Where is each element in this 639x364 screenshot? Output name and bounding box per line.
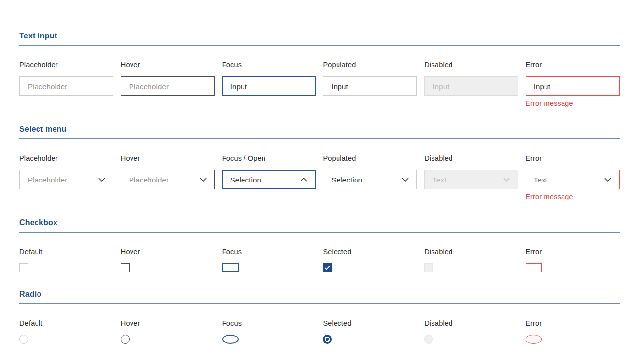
section-radio: Radio Default Hover Focus Selected Disab… [19, 290, 620, 344]
state-label: Hover [121, 154, 215, 162]
state-label: Hover [121, 248, 215, 255]
state-cell: Error [526, 319, 620, 344]
select-populated[interactable]: Selection [323, 170, 417, 189]
chevron-down-icon [503, 178, 510, 182]
input-value: Placeholder [129, 82, 169, 91]
section-header: Text input [19, 32, 620, 46]
state-label: Focus [222, 319, 316, 327]
checkbox-hover[interactable] [121, 263, 130, 272]
state-cell: Disabled Input [424, 61, 518, 107]
checkbox-error[interactable] [526, 263, 542, 272]
state-label: Disabled [424, 61, 518, 69]
state-label: Disabled [424, 154, 518, 162]
state-cell: Focus [222, 248, 316, 272]
radio-default[interactable] [19, 335, 28, 344]
state-cell: Focus / Open Selection [222, 154, 316, 200]
state-cell: Error Input Error message [526, 61, 620, 107]
checkbox-default[interactable] [19, 263, 28, 272]
select-hover[interactable]: Placeholder [121, 170, 215, 189]
error-message: Error message [526, 99, 620, 107]
input-value: Input [432, 82, 449, 91]
state-cell: Default [19, 248, 113, 272]
state-label: Placeholder [19, 154, 113, 162]
section-select-menu: Select menu Placeholder Placeholder Hove… [19, 125, 620, 200]
select-error[interactable]: Text [526, 170, 620, 189]
section-header: Select menu [19, 125, 620, 139]
select-value: Placeholder [28, 176, 67, 184]
state-label: Disabled [424, 248, 518, 255]
radio-focus[interactable] [222, 335, 239, 344]
section-checkbox: Checkbox Default Hover Focus Selected [19, 218, 620, 272]
input-value: Placeholder [28, 82, 67, 91]
state-cell: Disabled [424, 319, 518, 344]
radio-state-grid: Default Hover Focus Selected Disabled Er… [19, 319, 620, 344]
select-value: Text [432, 176, 446, 184]
state-label: Focus [222, 61, 316, 69]
chevron-down-icon [604, 178, 611, 182]
section-title-text-input: Text input [19, 32, 620, 40]
state-cell: Hover Placeholder [121, 154, 215, 200]
radio-error[interactable] [526, 335, 542, 344]
state-cell: Error [526, 248, 620, 272]
state-cell: Disabled [424, 248, 518, 272]
section-header: Radio [19, 290, 620, 304]
select-value: Text [534, 176, 547, 184]
text-input-state-grid: Placeholder Placeholder Hover Placeholde… [19, 61, 620, 107]
chevron-down-icon [200, 178, 207, 182]
state-cell: Placeholder Placeholder [19, 154, 113, 200]
state-cell: Selected [323, 319, 417, 344]
select-value: Selection [230, 176, 262, 184]
input-value: Input [331, 82, 348, 91]
checkbox-disabled [424, 263, 433, 272]
text-input-placeholder[interactable]: Placeholder [19, 76, 113, 96]
text-input-populated[interactable]: Input [323, 76, 417, 96]
radio-disabled [424, 335, 433, 344]
select-value: Selection [331, 176, 362, 184]
state-label: Hover [121, 319, 215, 327]
chevron-down-icon [98, 178, 105, 182]
state-label: Placeholder [19, 61, 113, 69]
section-header: Checkbox [19, 218, 620, 233]
state-cell: Disabled Text [424, 154, 518, 200]
state-cell: Hover Placeholder [121, 61, 215, 107]
state-label: Populated [323, 154, 417, 162]
text-input-focus[interactable]: Input [222, 76, 316, 96]
section-text-input: Text input Placeholder Placeholder Hover… [19, 32, 620, 107]
text-input-hover[interactable]: Placeholder [121, 76, 215, 96]
state-cell: Focus Input [222, 61, 316, 107]
styleguide-page: Text input Placeholder Placeholder Hover… [0, 0, 639, 364]
section-title-select-menu: Select menu [19, 125, 620, 134]
input-value: Input [534, 82, 550, 91]
section-title-radio: Radio [19, 290, 620, 299]
checkbox-state-grid: Default Hover Focus Selected Disabled [19, 248, 620, 272]
radio-hover[interactable] [121, 335, 130, 344]
state-label: Focus [222, 248, 316, 255]
state-label: Focus / Open [222, 154, 316, 162]
checkbox-focus[interactable] [222, 263, 239, 272]
checkbox-selected[interactable] [323, 263, 332, 272]
select-value: Placeholder [129, 176, 169, 184]
chevron-down-icon [402, 178, 409, 182]
text-input-error[interactable]: Input [526, 76, 620, 96]
select-disabled: Text [424, 170, 518, 189]
state-cell: Populated Selection [323, 154, 417, 200]
state-cell: Focus [222, 319, 316, 344]
state-label: Error [526, 319, 620, 327]
state-cell: Error Text Error message [526, 154, 620, 200]
state-label: Error [526, 154, 620, 162]
checkmark-icon [324, 265, 330, 270]
radio-selected[interactable] [323, 335, 332, 344]
state-cell: Hover [121, 248, 215, 272]
select-focus-open[interactable]: Selection [222, 170, 316, 189]
state-label: Error [526, 248, 620, 255]
error-message: Error message [526, 193, 620, 200]
state-cell: Default [19, 319, 113, 344]
select-placeholder[interactable]: Placeholder [19, 170, 113, 189]
state-cell: Selected [323, 248, 417, 272]
state-label: Selected [323, 248, 417, 255]
section-title-checkbox: Checkbox [19, 218, 620, 227]
state-label: Disabled [424, 319, 518, 327]
text-input-disabled: Input [424, 76, 518, 96]
state-label: Error [526, 61, 620, 69]
chevron-up-icon [301, 178, 307, 182]
